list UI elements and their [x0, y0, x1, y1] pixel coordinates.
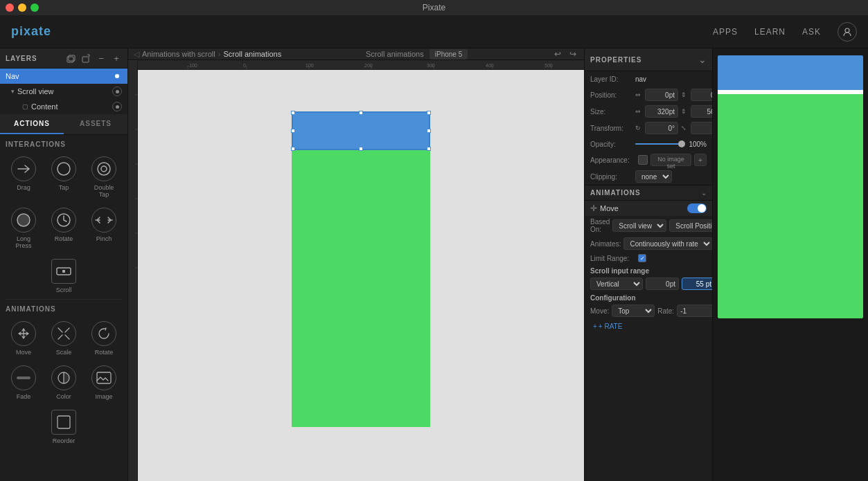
anim-fade[interactable]: Fade: [6, 363, 42, 403]
opacity-row: Opacity: 100%: [585, 136, 712, 152]
scroll-end-input[interactable]: [682, 278, 712, 290]
tab-assets[interactable]: ASSETS: [64, 114, 127, 134]
back-arrow-icon[interactable]: ◁: [134, 50, 139, 59]
gesture-double-tap[interactable]: Double Tap: [86, 154, 122, 201]
gesture-drag[interactable]: Drag: [6, 154, 42, 201]
opacity-slider[interactable]: [635, 143, 682, 145]
gesture-tap[interactable]: Tap: [46, 154, 82, 201]
app-layout: LAYERS − + Nav: [0, 48, 868, 481]
size-w-input[interactable]: [645, 105, 678, 118]
move-label: Move: [600, 204, 619, 212]
limit-range-checkbox[interactable]: ✓: [638, 254, 646, 262]
layer-visibility-nav: [112, 71, 122, 81]
undo-button[interactable]: ↩: [552, 48, 563, 60]
size-w-icon: ⇔: [635, 108, 641, 115]
svg-text:-100: -100: [188, 63, 197, 68]
clipping-select[interactable]: none clip: [635, 170, 672, 183]
svg-rect-11: [17, 376, 30, 379]
handle-bl[interactable]: [291, 147, 295, 151]
svg-rect-14: [97, 372, 111, 383]
transform-angle-input[interactable]: [645, 122, 678, 134]
move-header: ✛ Move: [585, 201, 712, 216]
position-y-icon: ⇕: [681, 91, 687, 98]
remove-layer-button[interactable]: −: [96, 53, 107, 64]
user-avatar[interactable]: [838, 22, 857, 42]
animations-section-title: ANIMATIONS: [590, 189, 641, 197]
handle-tr[interactable]: [427, 111, 431, 115]
move-direction-select[interactable]: Top Bottom Left Right: [612, 305, 655, 317]
appearance-image-button[interactable]: No image set: [650, 154, 691, 166]
position-y-input[interactable]: [691, 89, 712, 101]
layer-visibility-content: [112, 102, 122, 111]
horizontal-ruler: -100 0 100 200 300 400 500: [138, 60, 584, 70]
rotate-icon: [51, 208, 76, 233]
opacity-slider-fill: [635, 143, 682, 145]
traffic-lights: [6, 3, 39, 12]
anim-rotate[interactable]: Rotate: [86, 318, 122, 359]
gesture-long-press[interactable]: Long Press: [6, 205, 42, 252]
anim-scale[interactable]: Scale: [46, 318, 82, 359]
rate-value-input[interactable]: [677, 305, 712, 317]
content-layer[interactable]: [292, 150, 430, 427]
nav-ask[interactable]: ASK: [802, 27, 821, 37]
handle-tl[interactable]: [291, 111, 295, 115]
add-rate-button[interactable]: + + RATE: [590, 321, 707, 332]
scroll-start-input[interactable]: [646, 278, 679, 290]
properties-collapse-button[interactable]: ⌄: [698, 54, 707, 65]
rate-btn-row: + + RATE: [585, 318, 712, 334]
add-layer-button[interactable]: +: [111, 53, 122, 64]
redo-button[interactable]: ↪: [567, 48, 578, 60]
animations-section-header[interactable]: ANIMATIONS ⌄: [585, 185, 712, 201]
anim-color[interactable]: Color: [46, 363, 82, 403]
group-layers-button[interactable]: [65, 53, 76, 64]
maximize-button[interactable]: [30, 3, 39, 12]
handle-tm[interactable]: [359, 111, 363, 115]
anim-reorder[interactable]: Reorder: [48, 407, 79, 447]
move-animation: ✛ Move Based On: Scroll view Scroll Posi…: [585, 201, 712, 334]
appearance-add-button[interactable]: +: [694, 154, 707, 166]
nav-learn[interactable]: LEARN: [754, 27, 786, 37]
move-toggle[interactable]: [687, 203, 707, 213]
gesture-rotate[interactable]: Rotate: [46, 205, 82, 252]
gesture-scroll[interactable]: Scroll: [48, 256, 79, 296]
layer-name-nav: Nav: [6, 72, 112, 80]
chevron-down-icon: ▾: [11, 88, 15, 95]
minimize-button[interactable]: [18, 3, 26, 12]
add-layer-icon[interactable]: [80, 53, 91, 64]
divider-1: [6, 299, 122, 300]
animations-grid: Move Scale Rotate: [6, 318, 122, 403]
tap-label: Tap: [59, 184, 69, 191]
tab-actions[interactable]: ACTIONS: [0, 114, 64, 134]
move-config-label: Move:: [590, 307, 609, 315]
transform-scale-input[interactable]: [691, 122, 712, 134]
pinch-icon: [91, 208, 116, 233]
scroll-direction-select[interactable]: Vertical Horizontal: [590, 278, 643, 290]
based-on-type-select[interactable]: Scroll Positi…: [669, 219, 712, 232]
handle-ml[interactable]: [291, 129, 295, 133]
nav-apps[interactable]: APPS: [713, 27, 738, 37]
opacity-slider-thumb[interactable]: [678, 140, 685, 147]
anim-image[interactable]: Image: [86, 363, 122, 403]
layer-item-nav[interactable]: Nav: [0, 69, 127, 84]
handle-mr[interactable]: [427, 129, 431, 133]
handle-br[interactable]: [427, 147, 431, 151]
reorder-anim-icon: [51, 410, 76, 435]
position-x-input[interactable]: [645, 89, 678, 101]
layer-id-row: Layer ID: nav: [585, 71, 712, 87]
handle-bm[interactable]: [359, 147, 363, 151]
size-h-input[interactable]: [691, 105, 712, 118]
layer-item-content[interactable]: ▢ Content: [0, 99, 127, 114]
size-h-icon: ⇕: [681, 108, 687, 115]
close-button[interactable]: [6, 3, 14, 12]
layer-item-scroll-view[interactable]: ▾ Scroll view: [0, 84, 127, 99]
based-on-select[interactable]: Scroll view: [612, 219, 666, 232]
size-values: ⇔ ⇕: [635, 105, 712, 118]
anim-move[interactable]: Move: [6, 318, 42, 359]
color-anim-icon: [51, 365, 76, 390]
properties-title: PROPERTIES: [590, 56, 641, 64]
appearance-color-toggle[interactable]: [638, 155, 648, 165]
nav-layer[interactable]: [292, 111, 430, 150]
animates-select[interactable]: Continuously with rate: [623, 237, 712, 250]
gesture-pinch[interactable]: Pinch: [86, 205, 122, 252]
animates-label: Animates:: [590, 240, 621, 248]
